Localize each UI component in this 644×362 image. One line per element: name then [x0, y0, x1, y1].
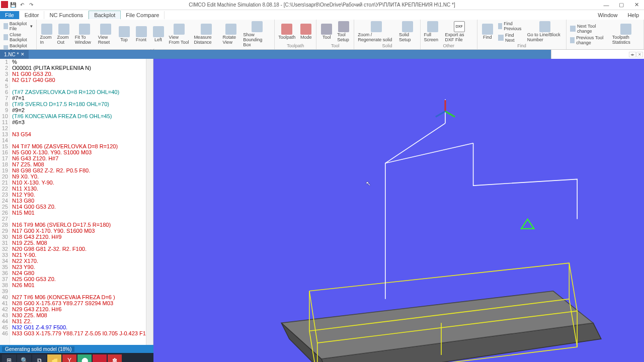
- line-gutter: 1234567891011121314151617181920212223242…: [0, 59, 10, 345]
- panel-close-icon[interactable]: ✕: [636, 52, 643, 57]
- tool-setup-icon: [338, 21, 349, 32]
- fullscreen-button[interactable]: Full Screen: [423, 21, 443, 43]
- tab-help[interactable]: Help: [622, 11, 644, 19]
- reset-icon: [100, 24, 111, 35]
- front-button[interactable]: Front: [133, 26, 149, 43]
- file-tab[interactable]: 1.NC *✕: [0, 50, 29, 59]
- rotate-button[interactable]: Rotate View: [221, 23, 241, 46]
- editor-scrollbar[interactable]: [146, 59, 153, 345]
- svg-line-11: [445, 111, 455, 117]
- status-progress: Generating solid model (18%): [2, 346, 74, 352]
- taskbar-explorer[interactable]: 📁: [47, 354, 61, 362]
- qat-undo-icon[interactable]: ↶: [18, 1, 26, 9]
- bbox-icon: [252, 21, 263, 32]
- window-title: CIMCO Edit Machine Simulation 8.08.18 - …: [189, 2, 455, 8]
- taskbar-search[interactable]: 🔍: [17, 354, 31, 362]
- backplot-file-button[interactable]: Backplot File ▾: [2, 21, 34, 32]
- view-from-tool-button[interactable]: View From Tool: [168, 23, 192, 46]
- left-icon: [153, 26, 164, 37]
- zoom-regen-button[interactable]: Zoom / Regenerate solid: [356, 21, 396, 43]
- svg-line-12: [436, 111, 445, 117]
- solid-setup-button[interactable]: Solid Setup: [397, 21, 418, 43]
- tool-button[interactable]: Tool: [318, 23, 335, 41]
- fit-icon: [79, 24, 90, 35]
- taskbar-app1[interactable]: Y: [62, 354, 76, 362]
- taskbar-taskview[interactable]: ⧉: [32, 354, 46, 362]
- measure-button[interactable]: Measure Distance: [192, 23, 220, 46]
- tool-icon: [321, 24, 332, 35]
- goto-icon: [539, 21, 550, 32]
- dxf-icon: DXF: [454, 21, 465, 32]
- stats-icon: [620, 24, 631, 35]
- top-icon: [119, 26, 130, 37]
- find-icon: [482, 24, 493, 35]
- tab-file[interactable]: File: [0, 11, 20, 19]
- close-backplot-button[interactable]: Close Backplot: [2, 32, 34, 43]
- qat-redo-icon[interactable]: ↷: [27, 1, 35, 9]
- minimize-button[interactable]: —: [599, 0, 614, 10]
- tab-editor[interactable]: Editor: [20, 11, 45, 19]
- find-button[interactable]: Find: [479, 23, 496, 41]
- code-content[interactable]: %O00001 (PLITA KREPLENIIA N)N1 G00 G53 Z…: [10, 59, 146, 345]
- find-next-button[interactable]: Find Next: [497, 32, 525, 43]
- zoom-out-icon: [58, 24, 69, 35]
- measure-icon: [201, 24, 212, 35]
- taskbar-app2[interactable]: ⬤: [77, 354, 92, 362]
- app-icon: [1, 1, 8, 8]
- titlebar: 💾 ↶ ↷ CIMCO Edit Machine Simulation 8.08…: [0, 0, 644, 10]
- find-previous-button[interactable]: Find Previous: [497, 21, 525, 32]
- close-tab-icon[interactable]: ✕: [21, 52, 25, 57]
- left-button[interactable]: Left: [150, 26, 167, 43]
- taskbar-cimco[interactable]: [93, 354, 107, 362]
- view-reset-button[interactable]: View Reset: [97, 23, 115, 46]
- zoom-in-button[interactable]: Zoom In: [39, 23, 55, 46]
- tab-file-compare[interactable]: File Compare: [121, 11, 165, 19]
- export-dxf-button[interactable]: DXFExport as DXF File: [444, 21, 475, 43]
- start-button[interactable]: ⊞: [2, 354, 16, 362]
- solid-setup-icon: [402, 21, 413, 32]
- toolpath-stats-button[interactable]: Toolpath Statistics: [611, 23, 641, 46]
- tab-nc-functions[interactable]: NC Functions: [44, 11, 89, 19]
- bbox-button[interactable]: Show Bounding Box: [242, 21, 272, 48]
- file-tab-bar: 1.NC *✕: [0, 50, 551, 59]
- panel-pin-icon[interactable]: ◂▸: [629, 52, 636, 57]
- zoom-in-icon: [41, 24, 52, 35]
- fit-window-button[interactable]: Fit To Window: [73, 23, 96, 46]
- zoom-out-button[interactable]: Zoom Out: [56, 23, 72, 46]
- menubar: File Editor NC Functions Backplot File C…: [0, 10, 644, 20]
- prev-tool-change-button[interactable]: Previous Tool change: [569, 35, 609, 46]
- tool-view-icon: [174, 24, 185, 35]
- mouse-cursor-icon: ↖: [366, 180, 371, 187]
- tool-setup-button[interactable]: Tool Setup: [336, 21, 352, 43]
- rotate-icon: [225, 24, 236, 35]
- maximize-button[interactable]: ▢: [614, 0, 629, 10]
- mode-icon: [300, 24, 311, 35]
- ribbon: Backplot File ▾ Close Backplot Backplot …: [0, 20, 644, 50]
- close-button[interactable]: ✕: [629, 0, 644, 10]
- tab-backplot[interactable]: Backplot: [89, 11, 121, 19]
- goto-line-button[interactable]: Go to Line/Block Number: [526, 21, 565, 43]
- 3d-viewport[interactable]: ↖: [153, 59, 644, 362]
- toolpath-icon: [281, 24, 292, 35]
- fullscreen-icon: [427, 21, 438, 32]
- front-icon: [136, 26, 147, 37]
- tab-window[interactable]: Window: [593, 11, 622, 19]
- next-tool-change-button[interactable]: Next Tool change: [569, 23, 609, 34]
- toolpath-button[interactable]: Toolpath: [277, 23, 297, 41]
- regen-icon: [371, 21, 382, 32]
- top-button[interactable]: Top: [116, 26, 132, 43]
- svg-marker-13: [521, 219, 534, 229]
- taskbar-app3[interactable]: ✽: [108, 354, 122, 362]
- code-editor[interactable]: 1234567891011121314151617181920212223242…: [0, 59, 153, 345]
- qat-save-icon[interactable]: 💾: [9, 1, 17, 9]
- svg-line-8: [385, 123, 445, 163]
- mode-button[interactable]: Mode: [298, 23, 314, 41]
